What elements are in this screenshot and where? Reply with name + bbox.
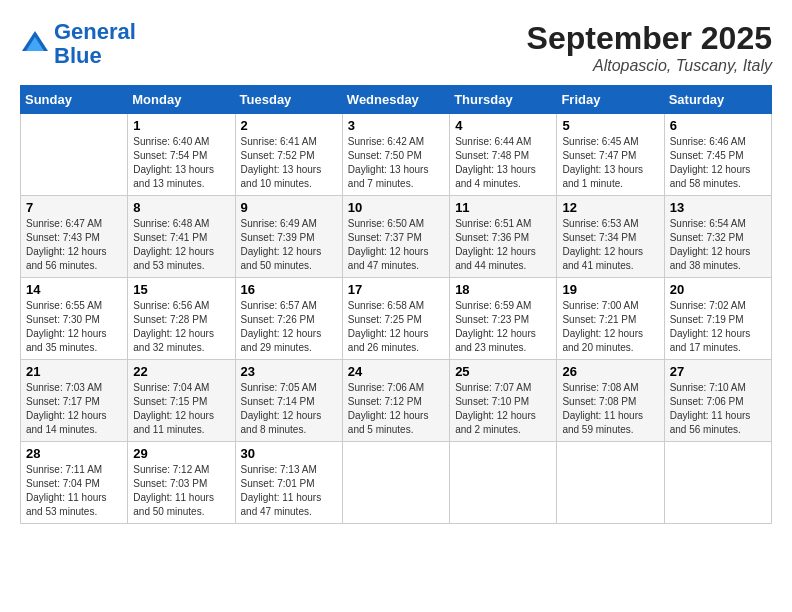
logo-text: General Blue	[54, 20, 136, 68]
day-number: 24	[348, 364, 444, 379]
day-info: Sunrise: 7:12 AMSunset: 7:03 PMDaylight:…	[133, 463, 229, 519]
day-info: Sunrise: 6:58 AMSunset: 7:25 PMDaylight:…	[348, 299, 444, 355]
day-info: Sunrise: 7:11 AMSunset: 7:04 PMDaylight:…	[26, 463, 122, 519]
calendar-cell	[664, 442, 771, 524]
calendar-cell	[342, 442, 449, 524]
calendar-cell: 27Sunrise: 7:10 AMSunset: 7:06 PMDayligh…	[664, 360, 771, 442]
day-info: Sunrise: 7:04 AMSunset: 7:15 PMDaylight:…	[133, 381, 229, 437]
day-number: 25	[455, 364, 551, 379]
calendar-cell: 17Sunrise: 6:58 AMSunset: 7:25 PMDayligh…	[342, 278, 449, 360]
day-info: Sunrise: 6:55 AMSunset: 7:30 PMDaylight:…	[26, 299, 122, 355]
day-number: 1	[133, 118, 229, 133]
day-number: 30	[241, 446, 337, 461]
calendar-cell: 21Sunrise: 7:03 AMSunset: 7:17 PMDayligh…	[21, 360, 128, 442]
day-number: 28	[26, 446, 122, 461]
day-info: Sunrise: 6:59 AMSunset: 7:23 PMDaylight:…	[455, 299, 551, 355]
day-number: 19	[562, 282, 658, 297]
calendar-cell: 18Sunrise: 6:59 AMSunset: 7:23 PMDayligh…	[450, 278, 557, 360]
day-number: 17	[348, 282, 444, 297]
day-info: Sunrise: 6:50 AMSunset: 7:37 PMDaylight:…	[348, 217, 444, 273]
calendar-cell: 5Sunrise: 6:45 AMSunset: 7:47 PMDaylight…	[557, 114, 664, 196]
day-info: Sunrise: 6:40 AMSunset: 7:54 PMDaylight:…	[133, 135, 229, 191]
day-number: 20	[670, 282, 766, 297]
header-cell-sunday: Sunday	[21, 86, 128, 114]
day-number: 14	[26, 282, 122, 297]
day-info: Sunrise: 6:56 AMSunset: 7:28 PMDaylight:…	[133, 299, 229, 355]
calendar-cell: 8Sunrise: 6:48 AMSunset: 7:41 PMDaylight…	[128, 196, 235, 278]
day-info: Sunrise: 6:51 AMSunset: 7:36 PMDaylight:…	[455, 217, 551, 273]
calendar-body: 1Sunrise: 6:40 AMSunset: 7:54 PMDaylight…	[21, 114, 772, 524]
header-cell-friday: Friday	[557, 86, 664, 114]
calendar-cell: 3Sunrise: 6:42 AMSunset: 7:50 PMDaylight…	[342, 114, 449, 196]
day-info: Sunrise: 6:49 AMSunset: 7:39 PMDaylight:…	[241, 217, 337, 273]
logo-line1: General	[54, 19, 136, 44]
calendar-cell	[21, 114, 128, 196]
day-number: 11	[455, 200, 551, 215]
day-info: Sunrise: 6:54 AMSunset: 7:32 PMDaylight:…	[670, 217, 766, 273]
day-number: 5	[562, 118, 658, 133]
day-info: Sunrise: 6:45 AMSunset: 7:47 PMDaylight:…	[562, 135, 658, 191]
calendar-cell: 30Sunrise: 7:13 AMSunset: 7:01 PMDayligh…	[235, 442, 342, 524]
day-info: Sunrise: 6:46 AMSunset: 7:45 PMDaylight:…	[670, 135, 766, 191]
calendar-cell: 6Sunrise: 6:46 AMSunset: 7:45 PMDaylight…	[664, 114, 771, 196]
day-number: 16	[241, 282, 337, 297]
week-row-4: 28Sunrise: 7:11 AMSunset: 7:04 PMDayligh…	[21, 442, 772, 524]
day-info: Sunrise: 6:53 AMSunset: 7:34 PMDaylight:…	[562, 217, 658, 273]
day-number: 8	[133, 200, 229, 215]
day-number: 7	[26, 200, 122, 215]
day-number: 15	[133, 282, 229, 297]
calendar-cell: 24Sunrise: 7:06 AMSunset: 7:12 PMDayligh…	[342, 360, 449, 442]
day-number: 12	[562, 200, 658, 215]
calendar-cell: 29Sunrise: 7:12 AMSunset: 7:03 PMDayligh…	[128, 442, 235, 524]
day-info: Sunrise: 7:06 AMSunset: 7:12 PMDaylight:…	[348, 381, 444, 437]
day-info: Sunrise: 7:13 AMSunset: 7:01 PMDaylight:…	[241, 463, 337, 519]
calendar-cell: 11Sunrise: 6:51 AMSunset: 7:36 PMDayligh…	[450, 196, 557, 278]
day-info: Sunrise: 7:08 AMSunset: 7:08 PMDaylight:…	[562, 381, 658, 437]
day-info: Sunrise: 6:47 AMSunset: 7:43 PMDaylight:…	[26, 217, 122, 273]
calendar-cell: 26Sunrise: 7:08 AMSunset: 7:08 PMDayligh…	[557, 360, 664, 442]
day-number: 21	[26, 364, 122, 379]
calendar-table: SundayMondayTuesdayWednesdayThursdayFrid…	[20, 85, 772, 524]
calendar-cell: 28Sunrise: 7:11 AMSunset: 7:04 PMDayligh…	[21, 442, 128, 524]
calendar-cell: 15Sunrise: 6:56 AMSunset: 7:28 PMDayligh…	[128, 278, 235, 360]
day-info: Sunrise: 6:42 AMSunset: 7:50 PMDaylight:…	[348, 135, 444, 191]
day-number: 26	[562, 364, 658, 379]
day-number: 18	[455, 282, 551, 297]
day-number: 22	[133, 364, 229, 379]
calendar-header: SundayMondayTuesdayWednesdayThursdayFrid…	[21, 86, 772, 114]
calendar-cell: 16Sunrise: 6:57 AMSunset: 7:26 PMDayligh…	[235, 278, 342, 360]
calendar-cell: 10Sunrise: 6:50 AMSunset: 7:37 PMDayligh…	[342, 196, 449, 278]
day-info: Sunrise: 7:05 AMSunset: 7:14 PMDaylight:…	[241, 381, 337, 437]
calendar-cell: 20Sunrise: 7:02 AMSunset: 7:19 PMDayligh…	[664, 278, 771, 360]
logo: General Blue	[20, 20, 136, 68]
week-row-1: 7Sunrise: 6:47 AMSunset: 7:43 PMDaylight…	[21, 196, 772, 278]
title-block: September 2025 Altopascio, Tuscany, Ital…	[527, 20, 772, 75]
header-cell-monday: Monday	[128, 86, 235, 114]
header-cell-thursday: Thursday	[450, 86, 557, 114]
calendar-cell: 25Sunrise: 7:07 AMSunset: 7:10 PMDayligh…	[450, 360, 557, 442]
header-cell-tuesday: Tuesday	[235, 86, 342, 114]
calendar-cell: 13Sunrise: 6:54 AMSunset: 7:32 PMDayligh…	[664, 196, 771, 278]
calendar-cell: 2Sunrise: 6:41 AMSunset: 7:52 PMDaylight…	[235, 114, 342, 196]
day-number: 10	[348, 200, 444, 215]
calendar-cell	[450, 442, 557, 524]
header-cell-saturday: Saturday	[664, 86, 771, 114]
day-number: 29	[133, 446, 229, 461]
day-info: Sunrise: 7:07 AMSunset: 7:10 PMDaylight:…	[455, 381, 551, 437]
calendar-cell: 1Sunrise: 6:40 AMSunset: 7:54 PMDaylight…	[128, 114, 235, 196]
calendar-cell	[557, 442, 664, 524]
day-number: 9	[241, 200, 337, 215]
day-info: Sunrise: 6:57 AMSunset: 7:26 PMDaylight:…	[241, 299, 337, 355]
day-info: Sunrise: 7:00 AMSunset: 7:21 PMDaylight:…	[562, 299, 658, 355]
week-row-0: 1Sunrise: 6:40 AMSunset: 7:54 PMDaylight…	[21, 114, 772, 196]
day-info: Sunrise: 6:44 AMSunset: 7:48 PMDaylight:…	[455, 135, 551, 191]
day-info: Sunrise: 7:03 AMSunset: 7:17 PMDaylight:…	[26, 381, 122, 437]
day-info: Sunrise: 7:10 AMSunset: 7:06 PMDaylight:…	[670, 381, 766, 437]
page-header: General Blue September 2025 Altopascio, …	[20, 20, 772, 75]
calendar-cell: 22Sunrise: 7:04 AMSunset: 7:15 PMDayligh…	[128, 360, 235, 442]
calendar-cell: 7Sunrise: 6:47 AMSunset: 7:43 PMDaylight…	[21, 196, 128, 278]
calendar-cell: 4Sunrise: 6:44 AMSunset: 7:48 PMDaylight…	[450, 114, 557, 196]
calendar-cell: 9Sunrise: 6:49 AMSunset: 7:39 PMDaylight…	[235, 196, 342, 278]
header-cell-wednesday: Wednesday	[342, 86, 449, 114]
day-number: 13	[670, 200, 766, 215]
